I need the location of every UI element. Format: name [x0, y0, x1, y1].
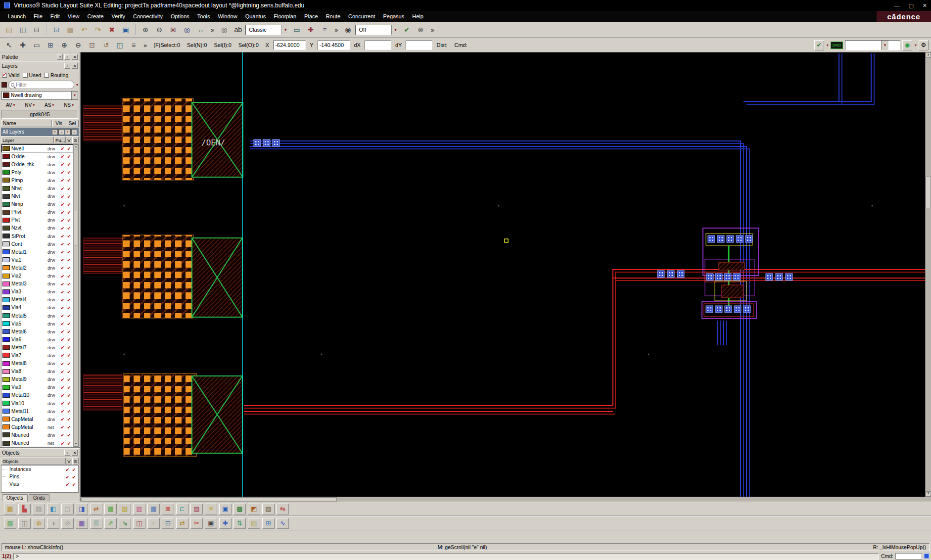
layer-row[interactable]: Via9 drw	[1, 383, 73, 391]
layer-row[interactable]: Via10 drw	[1, 399, 73, 407]
toolbar-overflow[interactable]: »	[211, 26, 214, 34]
layer-swatch[interactable]	[2, 401, 10, 406]
chevron-down-icon[interactable]: ▾	[915, 43, 917, 47]
selectable-check-icon[interactable]	[66, 440, 72, 446]
selectable-check-icon[interactable]	[66, 265, 72, 271]
selectable-check-icon[interactable]	[66, 384, 72, 390]
gravity-dropdown[interactable]: Off ▾	[355, 25, 399, 35]
all-layers-row[interactable]: All Layers +-+-	[1, 128, 79, 136]
layout-tool-icon[interactable]: ⊞	[262, 518, 275, 529]
layer-swatch[interactable]	[2, 281, 10, 286]
crosshair-icon[interactable]: ✚	[16, 40, 29, 51]
visible-check-icon[interactable]	[59, 273, 66, 279]
layer-swatch[interactable]	[2, 154, 10, 159]
layer-row[interactable]: Via5 drw	[1, 320, 73, 327]
layout-tool-icon[interactable]: ▦	[76, 518, 88, 529]
stretch-icon[interactable]: ↔	[194, 24, 207, 36]
v-column-header[interactable]: V	[66, 458, 72, 465]
layout-tool-icon[interactable]: ⇄	[90, 504, 102, 514]
visible-check-icon[interactable]	[64, 467, 71, 472]
menu-item[interactable]: File	[30, 12, 47, 20]
layout-tool-icon[interactable]: ⇆	[277, 504, 289, 514]
layer-row[interactable]: Metal5 drw	[1, 312, 73, 320]
list-icon[interactable]: ≡	[318, 24, 331, 36]
hierarchy-icon[interactable]: ▦	[64, 24, 77, 36]
layer-row[interactable]: Nhvt drw	[1, 184, 73, 192]
layout-tool-icon[interactable]: ◨	[76, 504, 88, 514]
close-icon[interactable]: ✕	[72, 63, 78, 69]
visible-check-icon[interactable]	[59, 432, 66, 438]
menu-item[interactable]: Tools	[193, 12, 214, 20]
layer-swatch[interactable]	[2, 226, 10, 231]
layer-swatch[interactable]	[2, 265, 10, 270]
menu-item[interactable]: Launch	[4, 12, 30, 20]
layout-tool-icon[interactable]: ✚	[219, 518, 232, 529]
layer-swatch[interactable]	[2, 162, 10, 167]
layer-row[interactable]: Metal11 drw	[1, 407, 73, 415]
selectable-check-icon[interactable]	[66, 400, 72, 406]
layout-tool-icon[interactable]: ⊡	[162, 518, 174, 529]
visible-check-icon[interactable]	[59, 265, 66, 271]
checkbox-icon[interactable]	[2, 73, 7, 78]
close-icon[interactable]: ✕	[923, 2, 927, 9]
s-column-header[interactable]: S	[72, 137, 79, 143]
tech-library-selector[interactable]: gpdk045	[1, 110, 78, 119]
panel-icon[interactable]: ◫	[113, 40, 126, 51]
visible-check-icon[interactable]	[59, 321, 66, 327]
layer-row[interactable]: Nburied net	[1, 439, 73, 447]
layer-swatch[interactable]	[2, 146, 10, 151]
layer-swatch[interactable]	[2, 241, 10, 246]
selectable-check-icon[interactable]	[66, 352, 72, 358]
layer-swatch[interactable]	[2, 313, 10, 318]
layer-swatch[interactable]	[2, 210, 10, 215]
name-column-header[interactable]: Name	[1, 120, 52, 127]
check-icon[interactable]: ✔	[400, 24, 413, 36]
grid-icon[interactable]: ⊞	[44, 40, 57, 51]
layout-tool-icon[interactable]: ▤	[33, 504, 45, 514]
layout-tool-icon[interactable]: ▦	[147, 504, 160, 514]
canvas-vertical-scrollbar[interactable]: ▲ ▼	[925, 52, 931, 497]
visible-check-icon[interactable]	[59, 201, 66, 207]
clipboard-icon[interactable]: ⊡	[50, 24, 63, 36]
layer-visibility-button[interactable]: AV	[6, 102, 15, 108]
selectable-check-icon[interactable]	[71, 481, 77, 487]
layout-tool-icon[interactable]: ⊏	[176, 504, 188, 514]
layout-tool-icon[interactable]: ⊠	[162, 504, 174, 514]
layer-row[interactable]: Nimp drw	[1, 200, 73, 208]
selectable-check-icon[interactable]	[66, 186, 72, 191]
delete-icon[interactable]: ✖	[105, 24, 118, 36]
checkbox-icon[interactable]	[44, 73, 49, 78]
layer-swatch[interactable]	[2, 353, 10, 358]
layer-row[interactable]: Via6 drw	[1, 335, 73, 343]
drd-mode-badge[interactable]: DRD	[831, 42, 843, 49]
layer-row[interactable]: CapMetal drw	[1, 415, 73, 423]
minimize-icon[interactable]: —	[894, 2, 899, 9]
menu-item[interactable]: Floorplan	[270, 12, 300, 20]
layer-row[interactable]: Nzvt drw	[1, 224, 73, 232]
ruler-icon[interactable]: ▭	[290, 24, 303, 36]
object-row[interactable]: ┄ Pins	[1, 473, 78, 480]
zoom-out-icon[interactable]: ⊖	[72, 40, 85, 51]
pointer-icon[interactable]: ↖	[2, 40, 15, 51]
layer-row[interactable]: SiProt drw	[1, 232, 73, 240]
float-icon[interactable]: ▫	[64, 63, 70, 69]
layer-swatch[interactable]	[2, 178, 10, 183]
visible-check-icon[interactable]	[59, 257, 66, 263]
selectable-check-icon[interactable]	[71, 467, 77, 472]
visible-check-icon[interactable]	[59, 186, 66, 191]
layer-swatch[interactable]	[2, 337, 10, 342]
layout-tool-icon[interactable]: ⇄	[176, 518, 188, 529]
selectable-check-icon[interactable]	[66, 313, 72, 319]
scroll-up-icon[interactable]: ▲	[74, 144, 78, 149]
layout-tool-icon[interactable]: ◫	[18, 518, 31, 529]
scroll-down-icon[interactable]: ▼	[926, 491, 931, 497]
layer-swatch[interactable]	[2, 385, 10, 390]
selectable-check-icon[interactable]	[66, 392, 72, 398]
menu-item[interactable]: Verify	[107, 12, 129, 20]
layer-swatch[interactable]	[2, 305, 10, 310]
menu-item[interactable]: Pegasus	[379, 12, 408, 20]
selectable-check-icon[interactable]	[66, 328, 72, 334]
selectable-check-icon[interactable]	[66, 217, 72, 223]
layer-row[interactable]: Metal4 drw	[1, 296, 73, 304]
copy-icon[interactable]: ▣	[119, 24, 132, 36]
